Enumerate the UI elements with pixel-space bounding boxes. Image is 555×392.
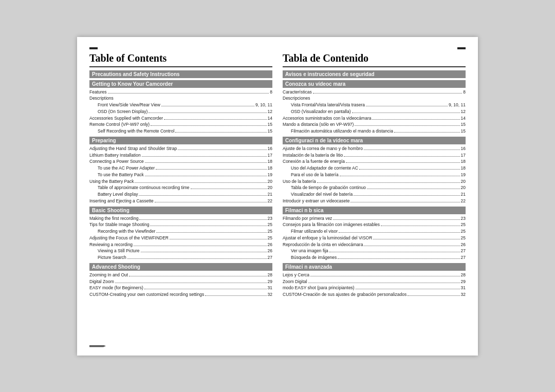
right-title: Tabla de Contenido [283,52,466,67]
list-item: Table of approximate continuous recordin… [89,184,272,191]
list-item: Front View/Side View/Rear View9, 10, 11 [89,102,272,108]
section-header-es: Configuraci n de la vídeoc mara [283,137,466,144]
section-header-es: Conozca su vídeoc mara [283,80,466,88]
list-item: Recording with the Viewfinder25 [89,228,272,235]
list-item: OSD (On Screen Display)12 [89,108,272,115]
list-item: Conexión a la fuente de energía18 [283,158,466,165]
list-item: Introducir y extraer un videocasete22 [283,198,466,204]
list-item: Tabla de tiempo de grabación continuo20 [283,184,466,191]
list-item: Features8 [89,89,272,96]
list-item: Using the Battery Pack20 [89,178,272,185]
section-header: Advanced Shooting [89,263,272,271]
list-item: Para el uso de la batería19 [283,172,466,178]
list-item: Lejos y Cerca28 [283,272,466,278]
list-item: Remote Control (VP-W97 only)15 [89,121,272,128]
section-header: Basic Shooting [89,207,272,214]
list-item: Búsqueda de imágenes27 [283,254,466,261]
lang-english [89,47,98,49]
list-item: Lithium Battery Installation17 [89,152,272,159]
list-item: Ver una imagen fija27 [283,248,466,254]
section-header-es: Filmaci n b sica [283,207,466,214]
section-header: Preparing [89,137,272,144]
list-item: Inserting and Ejecting a Cassette22 [89,198,272,204]
list-item: Picture Search27 [89,254,272,261]
language-bar [89,47,466,49]
list-item: Vista Frontal/Vista lateral/Vista traser… [283,102,466,108]
list-item: EASY mode (for Beginners)31 [89,285,272,291]
list-item: Making the first recording23 [89,215,272,222]
list-item: Reviewing a recording26 [89,241,272,248]
list-item: Adjusting the Focus of the VIEWFINDER25 [89,235,272,241]
list-item: Tips for Stable Image Shooting25 [89,221,272,228]
toc-english: Table of ContentsPrecautions and Safety … [89,52,272,298]
lang-espanol [457,47,466,49]
list-item: Filmar utilizando el visor25 [283,228,466,235]
list-item: Viewing a Still Picture26 [89,248,272,254]
list-item: Accesorios suministrados con la videocám… [283,115,466,122]
section-header: Precautions and Safety Instructions [89,70,272,78]
list-item: Digital Zoom29 [89,278,272,285]
list-item: Filmación automática utilizando el mando… [283,128,466,135]
page: Table of ContentsPrecautions and Safety … [77,37,478,356]
list-item: CUSTOM-Creación de sus ajustes de grabac… [283,291,466,298]
list-item: Uso de la batería20 [283,178,466,185]
list-item: Self Recording with the Remote Control15 [89,128,272,135]
list-item: Mando a distancia (sólo en VP-W97)15 [283,121,466,128]
list-item: To use the AC Power Adapter18 [89,165,272,172]
page-number [89,345,106,347]
list-item: modo EASY shot (para principiantes)31 [283,285,466,291]
list-item: Reproducción de la cinta en videocámara2… [283,241,466,248]
list-item: Instalación de la batería de litio17 [283,152,466,159]
list-item: Zoom Digital29 [283,278,466,285]
section-header: Getting to Know Your Camcorder [89,80,272,88]
list-item: Características8 [283,89,466,96]
section-header-es: Filmaci n avanzada [283,263,466,271]
list-item: Descripciones [283,95,466,102]
list-item: Consejos para la filmación con imágenes … [283,221,466,228]
toc-columns: Table of ContentsPrecautions and Safety … [89,52,466,298]
list-item: Battery Level display21 [89,191,272,198]
list-item: Zooming In and Out28 [89,272,272,278]
list-item: Uso del Adaptador de corriente AC18 [283,165,466,172]
list-item: CUSTOM-Creating your own customized reco… [89,291,272,298]
list-item: Filmando por primera vez23 [283,215,466,222]
list-item: Connecting a Power Source18 [89,158,272,165]
list-item: Accessories Supplied with Camcorder14 [89,115,272,122]
list-item: OSD (Visualizador en pantalla)12 [283,108,466,115]
toc-spanish: Tabla de ContenidoAvisos e instrucciones… [283,52,466,298]
list-item: Visualizador del nivel de batería21 [283,191,466,198]
list-item: Adjusting the Hand Strap and Shoulder St… [89,145,272,152]
list-item: Descriptions [89,95,272,102]
list-item: To use the Battery Pack19 [89,172,272,178]
list-item: Ajustar el enfoque y la luminosidad del … [283,235,466,241]
section-header-es: Avisos e instrucciones de seguridad [283,70,466,78]
left-title: Table of Contents [89,52,272,67]
list-item: Ajuste de la correa de mano y de hombro1… [283,145,466,152]
